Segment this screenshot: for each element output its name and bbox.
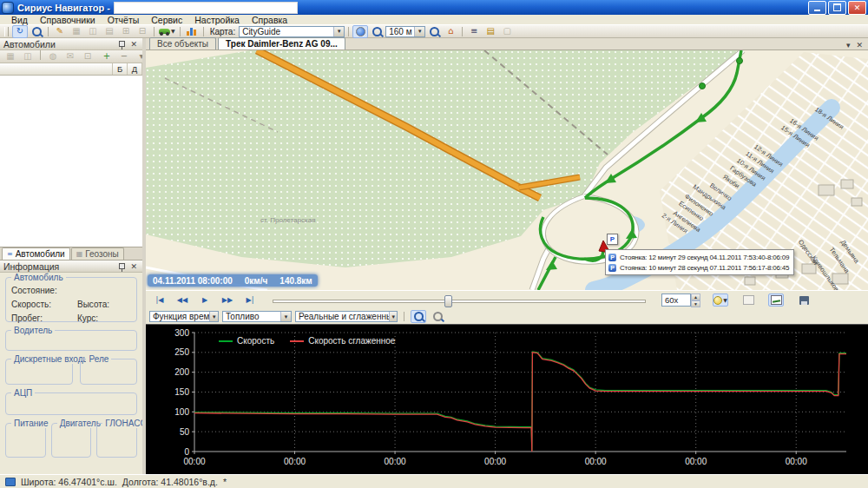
timeline-slider[interactable]	[273, 294, 646, 307]
play-button[interactable]: ▶	[194, 293, 215, 308]
speed-label: Скорость:	[11, 300, 51, 309]
menu-item-5[interactable]: Справка	[246, 15, 293, 25]
pin-icon[interactable]	[119, 263, 125, 269]
notes-icon: ▤	[486, 27, 494, 36]
speed-spinner[interactable]: 60x ▲▼	[661, 293, 700, 307]
track-summary-overlay: 04.11.2011 08:00:00 0км/ч 140.8км	[148, 274, 318, 287]
zoom-out-icon[interactable]	[426, 25, 442, 38]
grid-icon: ▦	[72, 27, 80, 36]
settings-icon[interactable]: ⊡	[80, 50, 95, 63]
fuel-select[interactable]: Топливо▼	[222, 311, 292, 322]
tab-track[interactable]: Трек Daimler-Benz AG 09...	[218, 37, 345, 49]
remove-vehicle-icon[interactable]: −	[116, 50, 132, 63]
left-bottom-tabs: ≡ Автомобили ▦ Геозоны	[0, 247, 142, 260]
print-icon[interactable]: ◫	[20, 50, 36, 63]
info-panel-header: Информация ✕	[0, 260, 142, 273]
stop-tooltip: P Стоянка: 12 минут 29 секунд 04.11.2011…	[605, 249, 794, 275]
tab-close-icon[interactable]: ✕	[854, 41, 865, 49]
map-view[interactable]: ст. Пролетарская 18-я Линия16-я Линия15-…	[146, 50, 868, 290]
menu-item-1[interactable]: Справочники	[34, 15, 102, 25]
pin-icon[interactable]	[119, 41, 125, 47]
chart-bars-icon	[187, 27, 196, 36]
spin-up-icon[interactable]: ▲	[691, 293, 700, 300]
notes-icon[interactable]: ▤	[483, 25, 498, 38]
save-button[interactable]	[796, 293, 812, 307]
copy-icon: ◫	[89, 27, 96, 36]
svg-text:150: 150	[174, 387, 189, 397]
show-chart-button[interactable]	[768, 293, 784, 307]
remove-icon[interactable]: ⊟	[135, 25, 150, 38]
track-node[interactable]	[700, 83, 706, 89]
skip-start-button[interactable]: |◀	[149, 293, 170, 308]
overlay-speed: 0км/ч	[245, 276, 268, 286]
svg-text:300: 300	[174, 328, 189, 338]
legend-swatch-speed	[219, 340, 233, 342]
slider-thumb[interactable]	[444, 295, 452, 307]
driver-group: Водитель	[5, 330, 137, 351]
chart-bars-icon[interactable]	[184, 25, 200, 38]
column-d[interactable]: Д	[128, 63, 142, 75]
chevron-down-icon[interactable]: ▼	[333, 27, 344, 36]
rows-icon[interactable]: ▤	[102, 25, 117, 38]
minimize-button[interactable]	[808, 1, 826, 15]
overlay-datetime: 04.11.2011 08:00:00	[153, 276, 233, 286]
tab-list-icon[interactable]: ▾	[845, 41, 852, 49]
menu-item-4[interactable]: Настройка	[188, 15, 246, 25]
maximize-button[interactable]	[828, 1, 846, 15]
vehicles-panel-title: Автомобили	[3, 39, 56, 49]
list-icon[interactable]: ≡	[466, 25, 482, 38]
grid-icon[interactable]: ▦	[69, 25, 84, 38]
group-icon[interactable]: ▦	[3, 50, 18, 63]
skip-end-button[interactable]: ▶|	[240, 293, 260, 308]
tab-vehicles[interactable]: ≡ Автомобили	[2, 247, 70, 260]
values-mode-select[interactable]: Реальные и сглаженные значен▼	[295, 311, 398, 322]
track-node[interactable]	[737, 58, 743, 64]
svg-text:00:00: 00:00	[284, 457, 306, 466]
chevron-down-icon[interactable]: ▼	[414, 27, 424, 36]
tab-all-objects[interactable]: Все объекты	[149, 37, 216, 49]
menu-item-0[interactable]: Вид	[5, 15, 34, 25]
layers-toggle-icon[interactable]	[352, 25, 368, 38]
tab-geozones[interactable]: ▦ Геозоны	[71, 247, 124, 260]
map-select[interactable]: CityGuide ▼	[239, 26, 345, 37]
forward-button[interactable]: ▶▶	[217, 293, 238, 308]
home-icon[interactable]: ⌂	[443, 25, 458, 38]
add-vehicle-icon[interactable]: +	[99, 50, 115, 63]
chart-zoom-in-button[interactable]	[411, 310, 426, 323]
vehicles-list[interactable]	[0, 76, 142, 247]
close-button[interactable]: ✕	[848, 1, 866, 15]
chart-zoom-out-button[interactable]	[430, 310, 445, 323]
device-status-icon	[5, 478, 16, 486]
refresh-icon[interactable]: ↻	[12, 25, 28, 38]
report-button[interactable]	[740, 293, 756, 307]
window-title: Сириус Навигатор -	[17, 3, 110, 13]
copy-icon[interactable]: ◫	[85, 25, 101, 38]
zoom-in-icon[interactable]	[369, 25, 385, 38]
search-icon[interactable]	[29, 25, 44, 38]
parking-badge[interactable]: P	[607, 234, 618, 245]
rewind-button[interactable]: ◀◀	[172, 293, 193, 308]
scale-select[interactable]: 160 м ▼	[385, 26, 425, 37]
edit-icon[interactable]: ✎	[52, 25, 68, 38]
time-function-select[interactable]: Функция времени▼	[149, 311, 219, 322]
spin-down-icon[interactable]: ▼	[691, 300, 700, 307]
blank-icon[interactable]: ▢	[499, 25, 515, 38]
close-icon[interactable]: ✕	[128, 40, 139, 49]
add-icon[interactable]: ⊞	[118, 25, 134, 38]
vehicle-icon[interactable]: ▼	[158, 25, 176, 38]
mail-icon[interactable]: ✉	[62, 50, 78, 63]
vehicles-panel: Автомобили ✕ ▦◫◍✉⊡ +−▾ Б Д ≡ Автомобили …	[0, 38, 143, 474]
svg-text:100: 100	[174, 407, 189, 417]
svg-text:00:00: 00:00	[585, 457, 607, 466]
column-b[interactable]: Б	[113, 63, 128, 75]
speed-chart[interactable]: 05010015020025030000:0000:0000:0000:0000…	[146, 325, 868, 474]
highlight-track-button[interactable]: ▼	[713, 293, 728, 307]
blank-icon: ▢	[503, 27, 510, 36]
save-icon	[799, 296, 809, 305]
toolbar-grip[interactable]	[4, 27, 9, 36]
title-redaction	[114, 2, 298, 14]
globe-icon[interactable]: ◍	[45, 50, 61, 63]
close-icon[interactable]: ✕	[128, 262, 139, 271]
menu-item-2[interactable]: Отчёты	[102, 15, 146, 25]
menu-item-3[interactable]: Сервис	[145, 15, 188, 25]
